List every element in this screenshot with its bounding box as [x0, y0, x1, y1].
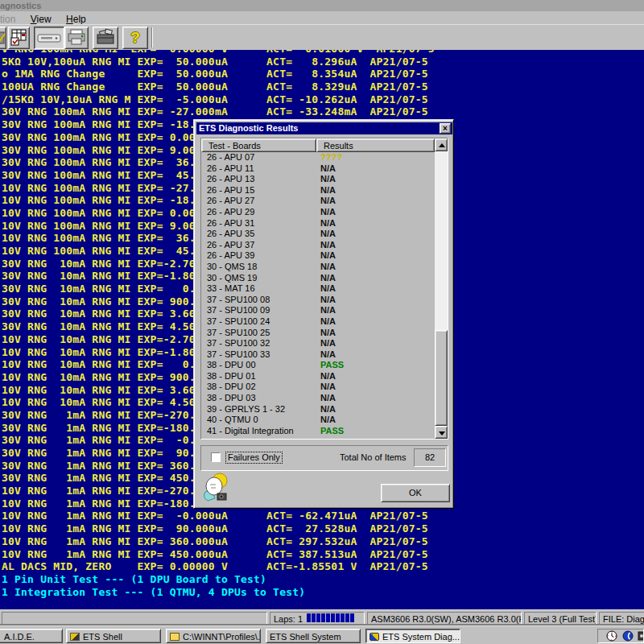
- result-row[interactable]: 26 - APU 29 N/A: [201, 207, 435, 218]
- ok-button[interactable]: OK: [381, 484, 450, 502]
- board-result: N/A: [320, 196, 336, 207]
- toolbar-button-drive[interactable]: [34, 27, 64, 49]
- board-name: 38 - DPU 02: [207, 382, 256, 393]
- taskbar-button[interactable]: A.I.D.E.: [0, 629, 63, 643]
- status-bar: Laps: 1 ASM3606 R3.0(SW), ASM3606 R3.0(H…: [0, 609, 644, 625]
- terminal-line: V RNG 100mA RNG MI EXP= 0.00000 V ACT= 0…: [2, 50, 435, 56]
- config-grid-icon: [9, 27, 29, 48]
- result-row[interactable]: 41 - Digital Integration PASS: [201, 426, 435, 437]
- result-row[interactable]: 26 - APU 31 N/A: [201, 218, 435, 229]
- column-header-results[interactable]: Results: [316, 138, 435, 152]
- result-row[interactable]: 39 - GPRLYS 1 - 32 N/A: [201, 404, 435, 415]
- result-row[interactable]: 30 - QMS 19 N/A: [201, 273, 435, 284]
- board-name: 38 - DPU 03: [207, 393, 256, 404]
- failures-only-checkbox[interactable]: [211, 452, 221, 462]
- taskbar-button[interactable]: ETS System Diag...: [365, 629, 460, 643]
- terminal-line: 10V RNG 1mA RNG MI EXP= 360.000uA ACT= 2…: [2, 535, 435, 548]
- drive-icon: [35, 27, 64, 48]
- printer-icon: [65, 27, 88, 48]
- status-laps-panel: Laps: 1: [270, 612, 365, 625]
- result-row[interactable]: 38 - DPU 01 N/A: [201, 371, 435, 382]
- board-result: N/A: [320, 174, 336, 185]
- board-name: 26 - APU 29: [207, 207, 254, 218]
- result-row[interactable]: 37 - SPU100 25 N/A: [201, 328, 435, 339]
- total-items-value: 82: [414, 448, 446, 467]
- board-result: N/A: [320, 393, 336, 404]
- taskbar-button[interactable]: ETS Shell: [66, 629, 161, 643]
- progress-segment: [316, 613, 320, 622]
- toolbar-button-help[interactable]: ?: [122, 27, 148, 49]
- scroll-down-icon[interactable]: [435, 426, 448, 439]
- result-row[interactable]: 26 - APU 27 N/A: [201, 196, 435, 207]
- result-row[interactable]: 33 - MAT 16 N/A: [201, 283, 435, 295]
- taskbar-button-label: C:\WINNT\Profiles\...: [183, 632, 261, 642]
- progress-segment: [350, 613, 354, 622]
- result-row[interactable]: 38 - DPU 00 PASS: [201, 360, 435, 371]
- terminal-line: 10V RNG 1mA RNG MI EXP= 90.000uA ACT= 27…: [2, 522, 435, 535]
- total-items-label: Total No of Items: [340, 452, 407, 462]
- taskbar-button[interactable]: C:\WINNT\Profiles\...: [166, 629, 261, 643]
- result-row[interactable]: 26 - APU 13 N/A: [201, 174, 435, 185]
- board-name: 30 - QMS 18: [207, 262, 257, 273]
- taskbar-button-label: A.I.D.E.: [4, 632, 35, 642]
- board-name: 37 - SPU100 32: [207, 338, 270, 349]
- terminal-line: 1 Pin Unit Test --- (1 DPU Board to Test…: [2, 573, 435, 586]
- scrollbar[interactable]: [435, 138, 448, 439]
- result-row[interactable]: 37 - SPU100 33 N/A: [201, 349, 435, 361]
- board-name: 37 - SPU100 24: [207, 316, 270, 328]
- clock-tray-icon[interactable]: [606, 630, 617, 642]
- terminal-line: o 1MA RNG Change EXP= 50.000uA ACT= 8.35…: [2, 68, 435, 80]
- board-result: N/A: [320, 283, 336, 295]
- volume-tray-icon[interactable]: [638, 630, 644, 642]
- result-row[interactable]: 37 - SPU100 09 N/A: [201, 305, 435, 316]
- result-row[interactable]: 40 - QTMU 0 N/A: [201, 415, 435, 426]
- result-row[interactable]: 37 - SPU100 24 N/A: [201, 316, 435, 328]
- board-name: 26 - APU 31: [207, 218, 254, 229]
- board-result: N/A: [320, 163, 336, 175]
- scrollbar-thumb[interactable]: [435, 330, 448, 426]
- toolbar-button-print[interactable]: [64, 27, 89, 49]
- result-row[interactable]: 26 - APU 15 N/A: [201, 185, 435, 196]
- result-row[interactable]: 30 - QMS 18 N/A: [201, 262, 435, 273]
- column-header-boards[interactable]: Test - Boards: [201, 138, 316, 152]
- board-name: 38 - DPU 00: [207, 360, 256, 371]
- board-name: 26 - APU 13: [207, 174, 254, 185]
- result-row[interactable]: 37 - SPU100 08 N/A: [201, 295, 435, 306]
- board-name: 30 - QMS 19: [207, 273, 257, 284]
- toolbar-button-toolbox[interactable]: [93, 27, 118, 49]
- board-name: 26 - APU 39: [207, 250, 254, 262]
- laps-progressbar: [307, 613, 355, 625]
- terminal-line: 100UA RNG Change EXP= 50.000uA ACT= 8.32…: [2, 80, 435, 93]
- toolbar: ?: [0, 24, 644, 50]
- result-row[interactable]: 38 - DPU 02 N/A: [201, 382, 435, 393]
- result-row[interactable]: 26 - APU 39 N/A: [201, 250, 435, 262]
- result-row[interactable]: 26 - APU 11 N/A: [201, 163, 435, 175]
- toolbox-icon: [93, 27, 118, 48]
- board-result: N/A: [320, 207, 336, 218]
- toolbar-button-partial[interactable]: [0, 27, 6, 49]
- progress-segment: [345, 613, 349, 622]
- taskbar-app-icon: [170, 633, 180, 641]
- close-icon[interactable]: ×: [440, 123, 451, 134]
- result-row[interactable]: 37 - SPU100 32 N/A: [201, 338, 435, 349]
- laps-label: Laps: 1: [274, 614, 303, 624]
- result-row[interactable]: 38 - DPU 03 N/A: [201, 393, 435, 404]
- failures-only-label[interactable]: Failures Only: [225, 452, 283, 464]
- scroll-up-icon[interactable]: [435, 138, 448, 151]
- result-row[interactable]: 26 - APU 35 N/A: [201, 229, 435, 240]
- result-row[interactable]: 26 - APU 07 ????: [201, 152, 435, 163]
- network-tray-icon[interactable]: [622, 630, 634, 642]
- dialog-titlebar[interactable]: ETS Diagnostic Results ×: [196, 122, 452, 134]
- board-result: PASS: [320, 426, 344, 437]
- board-name: 41 - Digital Integration: [207, 426, 294, 437]
- board-name: 26 - APU 11: [207, 163, 254, 175]
- taskbar: A.I.D.E. ETS Shell C:\WINNT\Profiles\...…: [0, 625, 644, 644]
- board-result: N/A: [320, 240, 336, 251]
- board-name: 37 - SPU100 08: [207, 295, 270, 306]
- board-result: N/A: [320, 273, 336, 284]
- taskbar-button[interactable]: ETS Shell System: [266, 629, 361, 643]
- result-row[interactable]: 26 - APU 37 N/A: [201, 240, 435, 251]
- status-asm-panel: ASM3606 R3.0(SW), ASM3606 R3.0(HW): [367, 612, 522, 625]
- terminal-line: 1 Integration Test --- (1 QTMU, 4 DPUs t…: [2, 586, 435, 599]
- toolbar-button-config[interactable]: [8, 27, 30, 49]
